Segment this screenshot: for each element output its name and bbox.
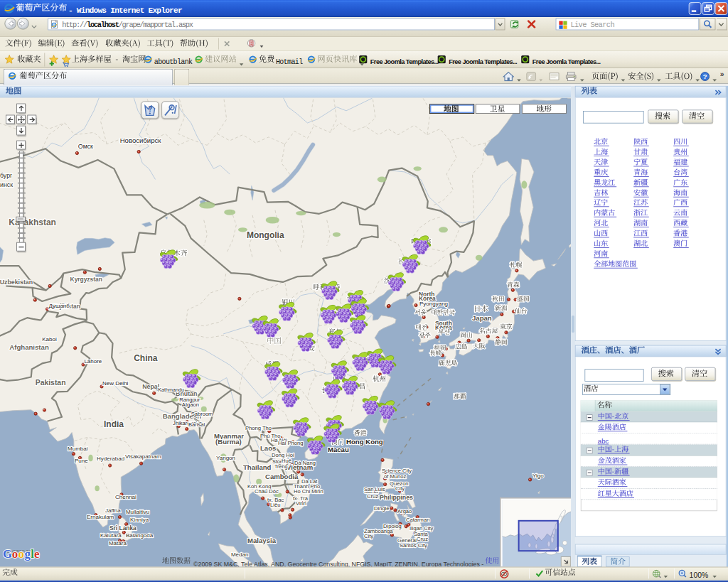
svg-text:City: City: [395, 485, 405, 492]
svg-text:Santos City: Santos City: [400, 542, 427, 549]
svg-text:Cruz: Cruz: [417, 536, 428, 542]
svg-text:China: China: [134, 353, 158, 363]
svg-text:Kabol: Kabol: [42, 336, 57, 343]
svg-text:Balangoda: Balangoda: [126, 532, 154, 539]
svg-text:G: G: [3, 547, 12, 561]
svg-text:Kathmandu: Kathmandu: [158, 387, 184, 393]
svg-text:(Burma): (Burma): [215, 438, 242, 446]
svg-text:g: g: [24, 547, 31, 561]
svg-text:Kalutara: Kalutara: [100, 532, 122, 539]
svg-text:Malaysia: Malaysia: [247, 537, 277, 544]
svg-text:инск: инск: [0, 181, 13, 188]
svg-text:City: City: [364, 533, 373, 539]
svg-text:Pakistan: Pakistan: [36, 379, 66, 387]
svg-text:Atgaon: Atgaon: [182, 402, 199, 408]
svg-text:Yigo: Yigo: [532, 473, 544, 479]
svg-text:Sri Lanka: Sri Lanka: [109, 524, 136, 532]
svg-text:Омск: Омск: [78, 143, 93, 150]
svg-text:Liêu: Liêu: [270, 502, 280, 508]
svg-text:Hong Kong: Hong Kong: [346, 438, 383, 446]
svg-text:Cruz: Cruz: [367, 493, 378, 500]
svg-text:Mongolia: Mongolia: [247, 230, 284, 240]
svg-text:Argao: Argao: [397, 508, 412, 514]
svg-text:New Delhi: New Delhi: [102, 380, 129, 387]
svg-text:Новосибирск: Новосибирск: [120, 136, 162, 144]
svg-text:Hai Phong: Hai Phong: [278, 440, 303, 446]
svg-text:Catarman: Catarman: [406, 517, 429, 523]
svg-text:Philippines: Philippines: [380, 494, 413, 501]
svg-text:Душанб: Душанб: [48, 303, 70, 309]
svg-text:India: India: [104, 419, 124, 429]
svg-text:Dingle: Dingle: [374, 505, 390, 512]
svg-text:Uzbekistan: Uzbekistan: [0, 279, 33, 286]
svg-text:San Luis: San Luis: [364, 486, 385, 492]
svg-text:Pune: Pune: [75, 458, 88, 464]
svg-text:Yangon: Yangon: [216, 455, 235, 461]
svg-text:Dà Nang: Dà Nang: [294, 460, 316, 466]
svg-text:Châu Dôc: Châu Dôc: [255, 488, 279, 495]
svg-text:Lahore: Lahore: [84, 358, 102, 365]
svg-text:Sabroom: Sabroom: [191, 411, 213, 417]
svg-text:Mumbai: Mumbai: [68, 446, 88, 452]
svg-text:бург: бург: [0, 172, 12, 179]
svg-text:e: e: [34, 547, 40, 561]
svg-text:Kyrgyzstan: Kyrgyzstan: [70, 276, 102, 283]
svg-text:Barisal: Barisal: [188, 421, 205, 428]
svg-text:Cambodia: Cambodia: [265, 473, 299, 480]
svg-text:Phong Tho: Phong Tho: [245, 425, 272, 431]
svg-text:Thailand: Thailand: [243, 463, 272, 471]
svg-text:Visakapatnam: Visakapatnam: [125, 453, 161, 460]
svg-text:of Munoz: of Munoz: [384, 473, 406, 480]
svg-text:Chennai: Chennai: [115, 494, 136, 500]
svg-text:Laos: Laos: [260, 444, 276, 452]
svg-text:?: ?: [703, 72, 707, 80]
svg-text:Huê: Huê: [282, 458, 291, 464]
svg-text:Ho Chi Minh: Ho Chi Minh: [294, 488, 323, 495]
svg-text:?: ?: [148, 105, 152, 113]
svg-text:Mullaitivu: Mullaitivu: [126, 509, 149, 515]
svg-text:Japan: Japan: [472, 314, 492, 322]
svg-text:Hyderabad: Hyderabad: [97, 456, 124, 462]
svg-text:Pyongyang: Pyongyang: [419, 301, 448, 307]
svg-text:o: o: [18, 547, 24, 561]
svg-text:Afghanistan: Afghanistan: [9, 343, 49, 351]
svg-text:Matara: Matara: [109, 540, 127, 546]
svg-text:Ernakulam: Ernakulam: [87, 514, 114, 520]
svg-text:Macau: Macau: [328, 446, 349, 453]
svg-text:Treng: Treng: [274, 463, 288, 470]
svg-text:Nepal: Nepal: [142, 383, 159, 390]
svg-text:o: o: [12, 547, 18, 561]
svg-text:Kinniya: Kinniya: [130, 517, 149, 523]
svg-text:Vinh: Vinh: [296, 500, 306, 507]
svg-text:Jaffna: Jaffna: [105, 507, 121, 514]
